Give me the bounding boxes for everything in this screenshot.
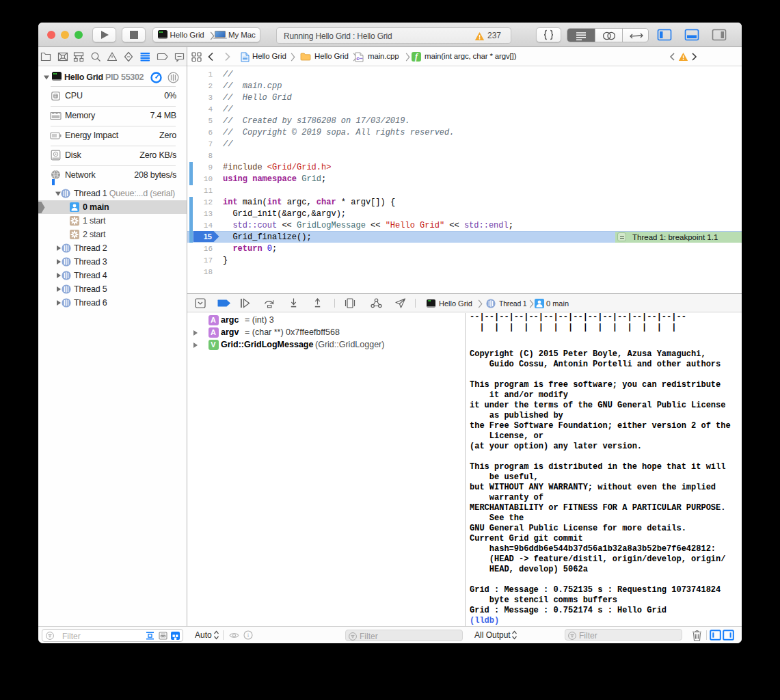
svg-text:15: 15 — [204, 232, 212, 241]
svg-text:i: i — [247, 632, 250, 638]
svg-text:c: c — [356, 55, 360, 61]
